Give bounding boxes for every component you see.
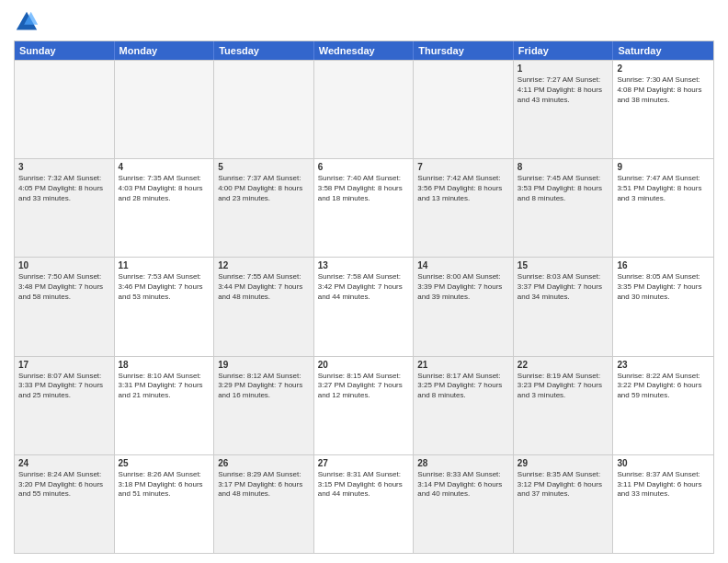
cal-cell: 3Sunrise: 7:32 AM Sunset: 4:05 PM Daylig…	[15, 159, 115, 257]
calendar: SundayMondayTuesdayWednesdayThursdayFrid…	[14, 40, 714, 554]
cell-info: Sunrise: 7:37 AM Sunset: 4:00 PM Dayligh…	[218, 174, 310, 203]
day-number: 23	[617, 360, 710, 370]
day-number: 18	[119, 360, 210, 370]
cal-cell: 29Sunrise: 8:35 AM Sunset: 3:12 PM Dayli…	[514, 455, 614, 553]
calendar-body: 1Sunrise: 7:27 AM Sunset: 4:11 PM Daylig…	[15, 60, 713, 553]
cal-cell: 24Sunrise: 8:24 AM Sunset: 3:20 PM Dayli…	[15, 455, 115, 553]
week-row-3: 10Sunrise: 7:50 AM Sunset: 3:48 PM Dayli…	[15, 257, 713, 355]
cal-cell: 4Sunrise: 7:35 AM Sunset: 4:03 PM Daylig…	[115, 159, 215, 257]
cal-cell	[115, 61, 215, 158]
col-header-friday: Friday	[514, 41, 614, 60]
cal-cell: 15Sunrise: 8:03 AM Sunset: 3:37 PM Dayli…	[514, 258, 614, 355]
logo	[14, 9, 43, 35]
cal-cell: 8Sunrise: 7:45 AM Sunset: 3:53 PM Daylig…	[514, 159, 614, 257]
cell-info: Sunrise: 7:27 AM Sunset: 4:11 PM Dayligh…	[518, 75, 609, 105]
day-number: 13	[318, 260, 410, 270]
day-number: 4	[119, 162, 210, 172]
header	[14, 9, 714, 35]
cal-cell: 13Sunrise: 7:58 AM Sunset: 3:42 PM Dayli…	[314, 258, 415, 355]
col-header-thursday: Thursday	[414, 41, 514, 60]
cell-info: Sunrise: 7:32 AM Sunset: 4:05 PM Dayligh…	[18, 174, 110, 203]
col-header-monday: Monday	[115, 41, 215, 60]
day-number: 15	[518, 260, 609, 270]
cal-cell	[414, 61, 514, 158]
day-number: 2	[617, 63, 710, 74]
cal-cell: 20Sunrise: 8:15 AM Sunset: 3:27 PM Dayli…	[314, 357, 415, 454]
cell-info: Sunrise: 8:29 AM Sunset: 3:17 PM Dayligh…	[218, 470, 310, 500]
cell-info: Sunrise: 8:12 AM Sunset: 3:29 PM Dayligh…	[218, 372, 310, 401]
col-header-tuesday: Tuesday	[214, 41, 314, 60]
day-number: 7	[417, 162, 509, 172]
cell-info: Sunrise: 7:50 AM Sunset: 3:48 PM Dayligh…	[18, 272, 110, 302]
week-row-2: 3Sunrise: 7:32 AM Sunset: 4:05 PM Daylig…	[15, 158, 713, 257]
cal-cell: 17Sunrise: 8:07 AM Sunset: 3:33 PM Dayli…	[15, 357, 115, 454]
day-number: 16	[617, 260, 710, 270]
cal-cell: 14Sunrise: 8:00 AM Sunset: 3:39 PM Dayli…	[414, 258, 514, 355]
day-number: 8	[518, 162, 609, 172]
cell-info: Sunrise: 8:26 AM Sunset: 3:18 PM Dayligh…	[119, 470, 210, 500]
day-number: 26	[218, 458, 310, 468]
day-number: 17	[18, 360, 110, 370]
cell-info: Sunrise: 8:10 AM Sunset: 3:31 PM Dayligh…	[119, 372, 210, 401]
cal-cell: 19Sunrise: 8:12 AM Sunset: 3:29 PM Dayli…	[214, 357, 314, 454]
cal-cell: 10Sunrise: 7:50 AM Sunset: 3:48 PM Dayli…	[15, 258, 115, 355]
day-number: 27	[318, 458, 410, 468]
cell-info: Sunrise: 7:45 AM Sunset: 3:53 PM Dayligh…	[518, 174, 609, 203]
cal-cell	[314, 61, 415, 158]
cell-info: Sunrise: 8:33 AM Sunset: 3:14 PM Dayligh…	[417, 470, 509, 500]
col-header-wednesday: Wednesday	[314, 41, 415, 60]
cal-cell: 16Sunrise: 8:05 AM Sunset: 3:35 PM Dayli…	[613, 258, 713, 355]
cell-info: Sunrise: 7:47 AM Sunset: 3:51 PM Dayligh…	[617, 174, 710, 203]
day-number: 20	[318, 360, 410, 370]
cell-info: Sunrise: 8:17 AM Sunset: 3:25 PM Dayligh…	[417, 372, 509, 401]
page: SundayMondayTuesdayWednesdayThursdayFrid…	[0, 0, 728, 563]
day-number: 3	[18, 162, 110, 172]
cal-cell: 28Sunrise: 8:33 AM Sunset: 3:14 PM Dayli…	[414, 455, 514, 553]
cal-cell: 23Sunrise: 8:22 AM Sunset: 3:22 PM Dayli…	[613, 357, 713, 454]
cell-info: Sunrise: 8:05 AM Sunset: 3:35 PM Dayligh…	[617, 272, 710, 302]
cell-info: Sunrise: 7:35 AM Sunset: 4:03 PM Dayligh…	[119, 174, 210, 203]
day-number: 10	[18, 260, 110, 270]
calendar-header: SundayMondayTuesdayWednesdayThursdayFrid…	[15, 41, 713, 60]
week-row-4: 17Sunrise: 8:07 AM Sunset: 3:33 PM Dayli…	[15, 356, 713, 454]
col-header-saturday: Saturday	[613, 41, 713, 60]
cell-info: Sunrise: 8:22 AM Sunset: 3:22 PM Dayligh…	[617, 372, 710, 401]
cell-info: Sunrise: 8:35 AM Sunset: 3:12 PM Dayligh…	[518, 470, 609, 500]
day-number: 1	[518, 63, 609, 74]
cal-cell: 18Sunrise: 8:10 AM Sunset: 3:31 PM Dayli…	[115, 357, 215, 454]
day-number: 30	[617, 458, 710, 468]
cell-info: Sunrise: 8:37 AM Sunset: 3:11 PM Dayligh…	[617, 470, 710, 500]
cell-info: Sunrise: 7:40 AM Sunset: 3:58 PM Dayligh…	[318, 174, 410, 203]
day-number: 12	[218, 260, 310, 270]
day-number: 24	[18, 458, 110, 468]
cal-cell: 6Sunrise: 7:40 AM Sunset: 3:58 PM Daylig…	[314, 159, 415, 257]
cal-cell: 5Sunrise: 7:37 AM Sunset: 4:00 PM Daylig…	[214, 159, 314, 257]
day-number: 14	[417, 260, 509, 270]
week-row-5: 24Sunrise: 8:24 AM Sunset: 3:20 PM Dayli…	[15, 454, 713, 553]
cal-cell: 12Sunrise: 7:55 AM Sunset: 3:44 PM Dayli…	[214, 258, 314, 355]
cal-cell	[214, 61, 314, 158]
cell-info: Sunrise: 8:07 AM Sunset: 3:33 PM Dayligh…	[18, 372, 110, 401]
cell-info: Sunrise: 7:55 AM Sunset: 3:44 PM Dayligh…	[218, 272, 310, 302]
cell-info: Sunrise: 8:03 AM Sunset: 3:37 PM Dayligh…	[518, 272, 609, 302]
cal-cell: 30Sunrise: 8:37 AM Sunset: 3:11 PM Dayli…	[613, 455, 713, 553]
day-number: 28	[417, 458, 509, 468]
cell-info: Sunrise: 8:24 AM Sunset: 3:20 PM Dayligh…	[18, 470, 110, 500]
cell-info: Sunrise: 7:58 AM Sunset: 3:42 PM Dayligh…	[318, 272, 410, 302]
cal-cell: 21Sunrise: 8:17 AM Sunset: 3:25 PM Dayli…	[414, 357, 514, 454]
cell-info: Sunrise: 7:42 AM Sunset: 3:56 PM Dayligh…	[417, 174, 509, 203]
cell-info: Sunrise: 7:30 AM Sunset: 4:08 PM Dayligh…	[617, 75, 710, 105]
logo-icon	[14, 9, 40, 35]
cell-info: Sunrise: 8:00 AM Sunset: 3:39 PM Dayligh…	[417, 272, 509, 302]
day-number: 5	[218, 162, 310, 172]
day-number: 19	[218, 360, 310, 370]
day-number: 25	[119, 458, 210, 468]
day-number: 6	[318, 162, 410, 172]
cal-cell: 2Sunrise: 7:30 AM Sunset: 4:08 PM Daylig…	[613, 61, 713, 158]
cell-info: Sunrise: 8:31 AM Sunset: 3:15 PM Dayligh…	[318, 470, 410, 500]
day-number: 22	[518, 360, 609, 370]
week-row-1: 1Sunrise: 7:27 AM Sunset: 4:11 PM Daylig…	[15, 60, 713, 158]
day-number: 9	[617, 162, 710, 172]
cal-cell: 27Sunrise: 8:31 AM Sunset: 3:15 PM Dayli…	[314, 455, 415, 553]
cal-cell: 22Sunrise: 8:19 AM Sunset: 3:23 PM Dayli…	[514, 357, 614, 454]
